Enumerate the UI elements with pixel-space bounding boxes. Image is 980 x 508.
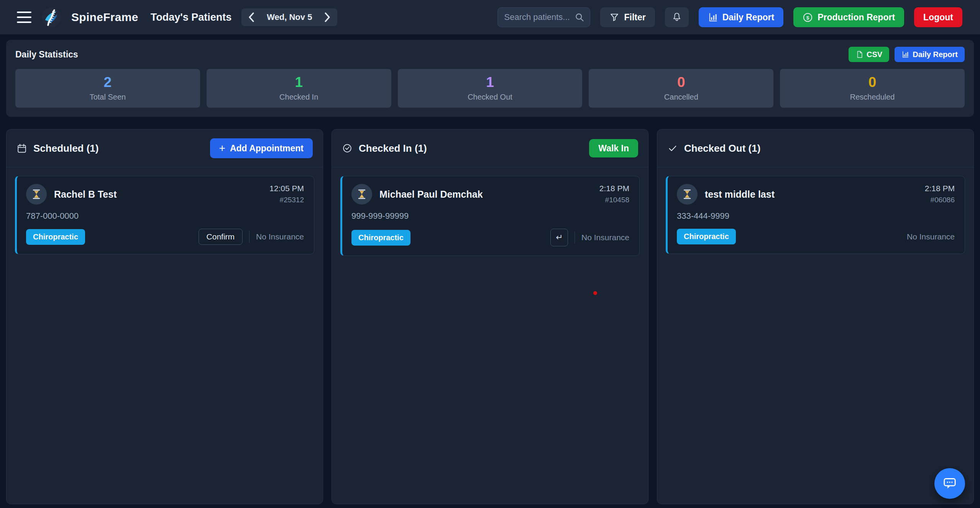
- dollar-circle-icon: $: [803, 12, 813, 23]
- stat-card-total-seen: 2 Total Seen: [15, 69, 200, 108]
- patient-board: Scheduled (1) + Add Appointment Ra: [6, 129, 974, 504]
- check-icon: [667, 143, 678, 154]
- patient-card-checked-out[interactable]: test middle last 2:18 PM #06086 333-444-…: [666, 176, 965, 254]
- appointment-time: 2:18 PM: [925, 184, 955, 193]
- next-day-button[interactable]: [320, 10, 334, 25]
- bar-chart-icon: [708, 12, 718, 22]
- service-badge: Chiropractic: [677, 229, 736, 244]
- stat-label: Checked In: [279, 93, 318, 102]
- appointment-time: 2:18 PM: [599, 184, 629, 193]
- scheduled-column-title: Scheduled (1): [33, 143, 98, 154]
- walk-in-button[interactable]: Walk In: [589, 139, 638, 157]
- patient-phone: 999-999-99999: [351, 211, 629, 221]
- stat-value: 1: [295, 75, 303, 89]
- menu-icon[interactable]: [17, 11, 31, 23]
- daily-statistics-title: Daily Statistics: [15, 49, 78, 60]
- patient-name: Michael Paul Demchak: [379, 189, 483, 200]
- checked-in-column: Checked In (1) Walk In Michael Paul Demc…: [332, 129, 648, 504]
- notifications-button[interactable]: [665, 7, 689, 27]
- checked-out-column: Checked Out (1) test middle last 2:18 PM: [657, 129, 974, 504]
- stat-card-rescheduled: 0 Rescheduled: [780, 69, 965, 108]
- stat-card-checked-in: 1 Checked In: [207, 69, 391, 108]
- avatar: [677, 184, 698, 205]
- search-icon: [575, 12, 584, 22]
- svg-text:$: $: [806, 15, 809, 20]
- stat-value: 1: [486, 75, 494, 89]
- avatar: [26, 184, 47, 205]
- divider: [575, 231, 575, 244]
- bar-chart-icon: [901, 51, 909, 58]
- stats-daily-report-label: Daily Report: [913, 50, 958, 59]
- filter-icon: [609, 12, 619, 22]
- scheduled-column: Scheduled (1) + Add Appointment Ra: [6, 129, 323, 504]
- calendar-icon: [16, 143, 27, 154]
- patient-name: test middle last: [705, 189, 775, 200]
- add-appointment-label: Add Appointment: [230, 143, 304, 154]
- appointment-ref: #10458: [599, 196, 629, 204]
- avatar: [351, 184, 372, 205]
- stat-value: 2: [104, 75, 112, 89]
- csv-export-button[interactable]: CSV: [849, 47, 889, 62]
- daily-statistics-panel: Daily Statistics CSV Daily Report: [6, 40, 974, 117]
- stats-daily-report-button[interactable]: Daily Report: [895, 47, 965, 62]
- insurance-status: No Insurance: [256, 232, 304, 241]
- spineframe-logo: [41, 7, 61, 28]
- header-daily-report-button[interactable]: Daily Report: [699, 7, 783, 27]
- chat-bubble-icon: [942, 476, 957, 491]
- hourglass-icon: [683, 189, 692, 200]
- hourglass-icon: [357, 189, 366, 200]
- header-actions: Filter Daily Report $ Production Report: [497, 7, 962, 27]
- patient-card-checked-in[interactable]: Michael Paul Demchak 2:18 PM #10458 999-…: [340, 176, 640, 256]
- stat-label: Cancelled: [664, 93, 698, 102]
- stat-value: 0: [868, 75, 877, 89]
- search-box: [497, 7, 590, 27]
- service-badge: Chiropractic: [26, 229, 85, 245]
- appointment-time: 12:05 PM: [269, 184, 304, 193]
- spine-logo-icon: [41, 7, 61, 28]
- stat-label: Rescheduled: [850, 93, 895, 102]
- insurance-status: No Insurance: [581, 233, 629, 242]
- hourglass-icon: [32, 189, 41, 200]
- chat-widget-button[interactable]: [934, 468, 965, 499]
- stat-value: 0: [677, 75, 685, 89]
- chevron-right-icon: [326, 13, 329, 21]
- stat-label: Checked Out: [468, 93, 512, 102]
- search-input[interactable]: [504, 12, 575, 22]
- prev-day-button[interactable]: [245, 10, 258, 25]
- patient-phone: 787-000-0000: [26, 211, 304, 221]
- csv-label: CSV: [867, 50, 882, 59]
- stats-row: 2 Total Seen 1 Checked In 1 Checked Out …: [15, 69, 965, 108]
- chevron-left-icon: [250, 13, 253, 21]
- return-arrow-icon: ↵: [556, 233, 563, 243]
- stat-card-checked-out: 1 Checked Out: [398, 69, 583, 108]
- logout-button[interactable]: Logout: [914, 7, 962, 27]
- appointment-ref: #25312: [269, 196, 304, 204]
- logout-label: Logout: [923, 12, 953, 23]
- checked-in-column-title: Checked In (1): [359, 143, 427, 154]
- filter-button[interactable]: Filter: [600, 7, 655, 27]
- insurance-status: No Insurance: [907, 232, 955, 241]
- page-title: Today's Patients: [151, 11, 231, 23]
- confirm-button[interactable]: Confirm: [199, 229, 243, 245]
- add-appointment-button[interactable]: + Add Appointment: [210, 138, 313, 158]
- patient-card-scheduled[interactable]: Rachel B Test 12:05 PM #25312 787-000-00…: [15, 176, 314, 254]
- service-badge: Chiropractic: [351, 230, 410, 246]
- top-header: SpineFrame Today's Patients Wed, Nov 5 F…: [0, 0, 980, 34]
- patient-name: Rachel B Test: [54, 189, 117, 200]
- undo-checkin-button[interactable]: ↵: [550, 229, 568, 246]
- file-icon: [855, 51, 863, 58]
- walk-in-label: Walk In: [598, 143, 629, 154]
- stat-label: Total Seen: [90, 93, 126, 102]
- divider: [249, 231, 250, 243]
- stat-card-cancelled: 0 Cancelled: [589, 69, 773, 108]
- date-navigator: Wed, Nov 5: [241, 8, 337, 26]
- patient-phone: 333-444-9999: [677, 211, 955, 221]
- production-report-label: Production Report: [817, 12, 895, 23]
- appointment-ref: #06086: [925, 196, 955, 204]
- bell-icon: [671, 12, 682, 23]
- click-indicator-dot: [593, 291, 597, 295]
- date-label: Wed, Nov 5: [261, 12, 317, 22]
- checked-out-column-title: Checked Out (1): [684, 143, 760, 154]
- production-report-button[interactable]: $ Production Report: [793, 7, 904, 27]
- app-name: SpineFrame: [71, 11, 138, 24]
